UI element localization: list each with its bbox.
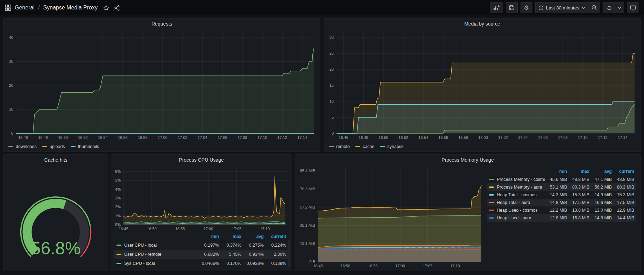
legend-item-synapse[interactable]: synapse [380, 144, 404, 149]
svg-text:17:10: 17:10 [260, 227, 270, 231]
svg-text:17:10: 17:10 [257, 135, 267, 140]
legend-value: 14.4 MiB [612, 216, 634, 220]
svg-text:38.1 MiB: 38.1 MiB [300, 223, 315, 227]
series-swatch [380, 146, 385, 147]
refresh-interval-dropdown[interactable] [615, 2, 624, 13]
series-label[interactable]: Heap Used - cosmos [497, 208, 538, 213]
series-label: thumbnails [78, 144, 99, 149]
svg-text:16:58: 16:58 [458, 135, 468, 140]
requests-legend: downloadsuploadsthumbnails [3, 142, 320, 151]
series-label[interactable]: Heap Total - aura [497, 200, 530, 205]
legend-item-downloads[interactable]: downloads [8, 144, 37, 149]
legend-item-cache[interactable]: cache [355, 144, 374, 149]
svg-text:17:00: 17:00 [395, 264, 405, 268]
legend-item-thumbnails[interactable]: thumbnails [71, 144, 99, 149]
panel-cache-hits: Cache hits 56.8% [3, 154, 108, 271]
add-panel-button[interactable] [490, 2, 503, 13]
legend-row-User CPU - remote: User CPU - remote0.682%5.45%0.934%2.30% [114, 250, 288, 259]
series-label[interactable]: Sys CPU - local [124, 261, 155, 266]
legend-sort-max[interactable]: max [567, 169, 589, 174]
legend-item-uploads[interactable]: uploads [42, 144, 65, 149]
panel-title-requests[interactable]: Requests [3, 19, 320, 29]
refresh-button[interactable] [603, 2, 615, 13]
svg-text:0%: 0% [115, 223, 121, 227]
series-label: downloads [16, 144, 37, 149]
series-label[interactable]: User CPU - local [124, 243, 157, 248]
legend-value: 0.139% [264, 261, 286, 266]
legend-value: 13.0 MiB [589, 208, 612, 213]
time-range-picker[interactable]: Last 30 minutes [535, 2, 588, 13]
share-icon[interactable] [114, 5, 120, 11]
svg-text:17:06: 17:06 [538, 135, 548, 140]
legend-value: 47.1 MiB [589, 177, 612, 182]
legend-value: 0.0938% [241, 261, 264, 266]
svg-text:16:54: 16:54 [418, 135, 428, 140]
series-swatch [489, 202, 494, 203]
panel-title-process-cpu-usage[interactable]: Process CPU Usage [111, 155, 292, 165]
legend-value: 53.1 MiB [545, 185, 567, 190]
series-label[interactable]: Process Memory - cosmos [497, 177, 545, 182]
svg-text:17:06: 17:06 [218, 135, 227, 140]
svg-text:17:05: 17:05 [423, 264, 433, 268]
legend-sort-current[interactable]: current [264, 234, 286, 239]
svg-text:17:00: 17:00 [158, 135, 168, 140]
svg-text:0 B: 0 B [309, 260, 315, 264]
process-memory-usage-chart[interactable]: 16:4516:5016:5517:0017:0517:100 B19.1 Mi… [295, 165, 486, 271]
svg-text:17:02: 17:02 [498, 135, 508, 140]
legend-scrollbar[interactable] [288, 240, 290, 267]
zoom-out-time-button[interactable] [588, 2, 600, 13]
legend-value: 0.176% [219, 261, 241, 266]
panel-title-process-memory-usage[interactable]: Process Memory Usage [295, 155, 641, 165]
legend-sort-avg[interactable]: avg [589, 169, 612, 174]
media-by-source-chart[interactable]: 16:4616:4816:5016:5216:5416:5616:5817:00… [324, 29, 641, 142]
svg-text:16:58: 16:58 [138, 135, 148, 140]
legend-value: 12.2 MiB [545, 208, 567, 213]
svg-text:17:10: 17:10 [578, 135, 588, 140]
panel-title-media-by-source[interactable]: Media by source [324, 19, 641, 29]
process-cpu-usage-chart[interactable]: 16:4516:5016:5517:0017:0517:100%1%2%3%4%… [111, 165, 292, 232]
svg-text:16:48: 16:48 [359, 135, 368, 140]
series-label[interactable]: Heap Total - cosmos [497, 192, 537, 197]
star-icon[interactable] [103, 5, 109, 11]
legend-row-Process Memory - aura: Process Memory - aura53.1 MiB80.3 MiB56.… [487, 183, 636, 191]
navbar: General / Synapse Media Proxy [0, 0, 644, 15]
panel-title-cache-hits[interactable]: Cache hits [3, 155, 108, 165]
breadcrumb-folder[interactable]: General [15, 5, 35, 11]
legend-value: 0.934% [241, 252, 264, 257]
memory-panel-body: 16:4516:5016:5517:0017:0517:100 B19.1 Mi… [295, 165, 641, 271]
svg-text:16:46: 16:46 [18, 135, 28, 140]
svg-text:20: 20 [9, 83, 13, 87]
series-label: remote [336, 144, 350, 149]
series-label[interactable]: Heap Used - aura [497, 216, 531, 220]
dashboard-settings-button[interactable]: ⚙ [521, 2, 532, 13]
series-swatch [116, 245, 121, 246]
requests-chart[interactable]: 16:4616:4816:5016:5216:5416:5616:5817:00… [3, 29, 320, 142]
legend-sort-max[interactable]: max [219, 234, 241, 239]
svg-text:17:12: 17:12 [277, 135, 287, 140]
breadcrumb-dashboard-title[interactable]: Synapse Media Proxy [43, 5, 98, 11]
svg-text:17:08: 17:08 [558, 135, 568, 140]
legend-item-remote[interactable]: remote [329, 144, 350, 149]
svg-text:0: 0 [11, 131, 13, 135]
legend-sort-current[interactable]: current [612, 169, 634, 174]
svg-text:10: 10 [9, 107, 13, 111]
kiosk-mode-button[interactable] [627, 2, 639, 13]
legend-sort-min[interactable]: min [197, 234, 219, 239]
series-label[interactable]: User CPU - remote [124, 252, 161, 257]
svg-text:17:14: 17:14 [297, 135, 307, 140]
save-dashboard-button[interactable] [506, 2, 518, 13]
chevron-down-icon [582, 7, 585, 9]
svg-text:4%: 4% [115, 187, 121, 191]
svg-text:17:08: 17:08 [238, 135, 247, 140]
svg-text:15: 15 [330, 83, 334, 87]
series-label[interactable]: Process Memory - aura [497, 185, 542, 190]
series-swatch [489, 179, 494, 180]
cache-hits-gauge: 56.8% [3, 165, 108, 271]
legend-value: 56.2 MiB [589, 185, 612, 190]
dashboards-grid-icon[interactable] [5, 5, 11, 11]
panel-process-cpu-usage: Process CPU Usage 16:4516:5016:5517:0017… [111, 154, 292, 271]
series-swatch [42, 146, 47, 147]
legend-sort-avg[interactable]: avg [241, 234, 264, 239]
save-icon [509, 5, 515, 10]
legend-sort-min[interactable]: min [545, 169, 567, 174]
